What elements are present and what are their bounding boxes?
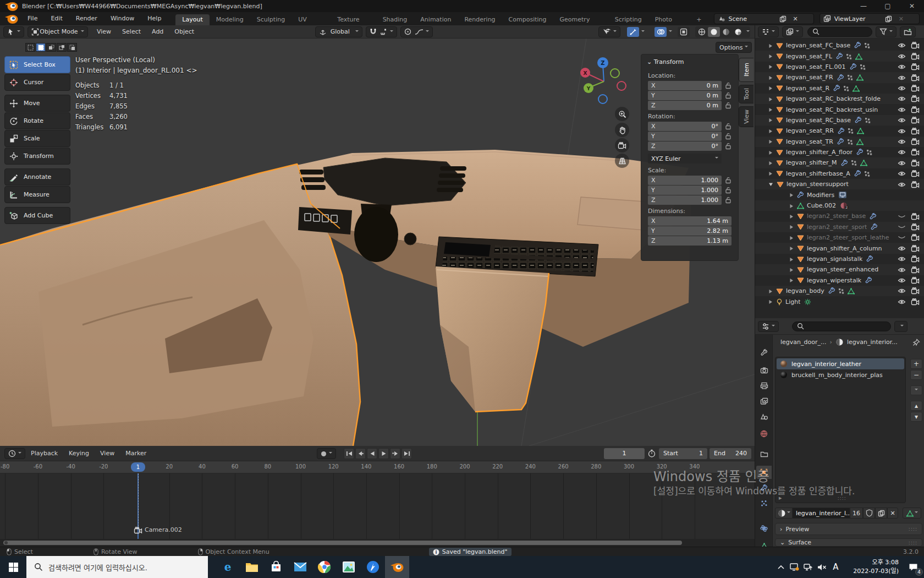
camera-restrict-icon[interactable] bbox=[911, 42, 920, 50]
timeline-scrollbar[interactable] bbox=[0, 539, 755, 547]
camera-restrict-icon[interactable] bbox=[911, 277, 920, 285]
viewport-menu-add[interactable]: Add bbox=[146, 28, 169, 35]
eye-icon[interactable] bbox=[898, 95, 906, 103]
visibility-dropdown[interactable] bbox=[598, 26, 620, 37]
outliner-item-name[interactable]: legvan_seat_RC_backrest_folde bbox=[786, 95, 881, 102]
tool-select-box[interactable]: Select Box bbox=[4, 56, 70, 73]
proportional-edit-toggle[interactable] bbox=[400, 26, 433, 37]
outliner-filter-id[interactable] bbox=[782, 26, 803, 37]
breadcrumb-material[interactable]: legvan_interior... bbox=[847, 339, 898, 346]
rotation-z-field[interactable]: Z0° bbox=[648, 141, 722, 151]
select-mode-extend[interactable] bbox=[36, 43, 46, 52]
select-mode-invert[interactable] bbox=[57, 43, 67, 52]
lock-open-icon[interactable] bbox=[725, 133, 733, 140]
outliner-row[interactable]: legvan_shifter_M bbox=[755, 157, 924, 168]
camera-restrict-icon[interactable] bbox=[911, 138, 920, 145]
eye-icon[interactable] bbox=[898, 138, 906, 145]
taskbar-app-image-viewer[interactable] bbox=[337, 556, 361, 578]
shading-wireframe-button[interactable] bbox=[696, 27, 708, 37]
workspace-tab-shading[interactable]: Shading bbox=[376, 14, 414, 25]
outliner-item-name[interactable]: legvan_shifterbase_A bbox=[786, 170, 850, 177]
material-filter-button[interactable] bbox=[903, 508, 921, 519]
new-collection-button[interactable] bbox=[900, 26, 916, 37]
outliner-item-name[interactable]: legvan_seat_RC_backrest_usin bbox=[786, 106, 878, 113]
transform-orientation-selector[interactable]: Global bbox=[315, 26, 362, 37]
lock-open-icon[interactable] bbox=[725, 102, 733, 110]
camera-restrict-icon[interactable] bbox=[911, 52, 920, 60]
timeline-menu-marker[interactable]: Marker bbox=[120, 450, 152, 457]
scrollbar-thumb[interactable] bbox=[3, 541, 682, 545]
play-reverse-button[interactable] bbox=[367, 448, 377, 459]
workspace-tab-rendering[interactable]: Rendering bbox=[458, 14, 502, 25]
outliner-item-name[interactable]: legvan_signalstalk bbox=[807, 255, 862, 263]
outliner-item-name[interactable]: legvan_seat_FC_base bbox=[786, 42, 850, 49]
camera-view-button[interactable] bbox=[615, 138, 629, 152]
viewport-menu-object[interactable]: Object bbox=[169, 28, 200, 35]
tool-measure[interactable]: Measure bbox=[4, 186, 70, 203]
copy-material-icon[interactable] bbox=[875, 508, 887, 519]
expand-icon[interactable] bbox=[768, 42, 773, 49]
taskbar-search[interactable]: 검색하려면 여기에 입력하십시오. bbox=[26, 556, 208, 578]
workspace-tab-compositing[interactable]: Compositing bbox=[502, 14, 553, 25]
zoom-button[interactable] bbox=[615, 107, 629, 121]
camera-restrict-icon[interactable] bbox=[911, 287, 920, 295]
material-slot[interactable]: legvan_interior_leather bbox=[777, 358, 904, 369]
camera-restrict-icon[interactable] bbox=[911, 85, 920, 92]
camera-restrict-icon[interactable] bbox=[911, 244, 920, 252]
workspace-tab-uv-editing[interactable]: UV Editing bbox=[292, 14, 331, 25]
auto-keying-button[interactable] bbox=[317, 448, 336, 459]
viewlayer-name[interactable]: ViewLayer bbox=[834, 15, 882, 23]
expand-icon[interactable] bbox=[768, 138, 773, 145]
rotation-y-field[interactable]: Y0° bbox=[648, 132, 722, 141]
menu-file[interactable]: File bbox=[21, 12, 44, 25]
scale-y-field[interactable]: Y1.000 bbox=[648, 186, 722, 195]
outliner-item-name[interactable]: legvan_seat_RR bbox=[786, 127, 834, 134]
eye-icon[interactable] bbox=[898, 266, 906, 274]
gizmo-dropdown[interactable] bbox=[624, 26, 648, 37]
shading-dropdown[interactable] bbox=[744, 27, 750, 37]
move-slot-down-button[interactable]: ▾ bbox=[910, 412, 922, 422]
outliner-row[interactable]: legvan_seat_FL bbox=[755, 51, 924, 61]
menu-edit[interactable]: Edit bbox=[44, 12, 69, 25]
tray-display-icon[interactable] bbox=[788, 556, 801, 578]
playhead-badge[interactable]: 1 bbox=[131, 462, 145, 472]
tool-move[interactable]: Move bbox=[4, 95, 70, 112]
eye-icon[interactable] bbox=[898, 149, 906, 156]
outliner-item-name[interactable]: legran2_steer_sport bbox=[807, 223, 867, 231]
expand-icon[interactable] bbox=[768, 95, 773, 102]
outliner-item-name[interactable]: legvan_shifter_M bbox=[786, 159, 837, 166]
start-button[interactable] bbox=[0, 556, 26, 578]
expand-icon[interactable] bbox=[768, 287, 773, 295]
eye-icon[interactable] bbox=[898, 255, 906, 263]
navigation-gizmo[interactable]: Z X Y bbox=[576, 55, 631, 110]
outliner-row[interactable]: legvan_shifter_A_floor bbox=[755, 147, 924, 157]
outliner-row[interactable]: legvan_body bbox=[755, 286, 924, 296]
tray-ime-icon[interactable]: A bbox=[829, 556, 843, 578]
tool-annotate[interactable]: Annotate bbox=[4, 168, 70, 186]
jump-end-button[interactable] bbox=[402, 448, 412, 459]
rotation-mode-dropdown[interactable]: XYZ Euler bbox=[648, 154, 722, 163]
sidebar-tab-view[interactable]: View bbox=[739, 106, 754, 127]
tool-add-cube[interactable]: Add Cube bbox=[4, 207, 70, 224]
close-button[interactable]: ✕ bbox=[900, 0, 924, 12]
properties-tab-tool[interactable] bbox=[756, 346, 772, 359]
lock-open-icon[interactable] bbox=[725, 143, 733, 150]
tray-audio-muted-icon[interactable] bbox=[815, 556, 829, 578]
dimensions-x-field[interactable]: X1.64 m bbox=[648, 216, 732, 226]
close-scene-icon[interactable]: ✕ bbox=[790, 14, 801, 24]
eye-closed-icon[interactable] bbox=[898, 212, 906, 220]
camera-restrict-icon[interactable] bbox=[911, 223, 920, 231]
overlays-dropdown[interactable] bbox=[651, 26, 675, 37]
properties-tab-world[interactable] bbox=[756, 427, 772, 440]
scale-z-field[interactable]: Z1.000 bbox=[648, 195, 722, 205]
expand-icon[interactable] bbox=[768, 117, 773, 124]
outliner-item-name[interactable]: legvan_seat_RC_base bbox=[786, 117, 851, 124]
outliner-item-name[interactable]: legvan_steersupport bbox=[787, 181, 849, 188]
pan-button[interactable] bbox=[615, 123, 629, 137]
tool-rotate[interactable]: Rotate bbox=[4, 112, 70, 129]
taskbar-app-microsoft-store[interactable] bbox=[264, 556, 288, 578]
location-z-field[interactable]: Z0 m bbox=[648, 101, 722, 110]
lock-open-icon[interactable] bbox=[725, 92, 733, 100]
timeline-menu-playback[interactable]: Playback bbox=[25, 450, 63, 457]
outliner-item-name[interactable]: legvan_steer_enhanced bbox=[807, 266, 878, 273]
